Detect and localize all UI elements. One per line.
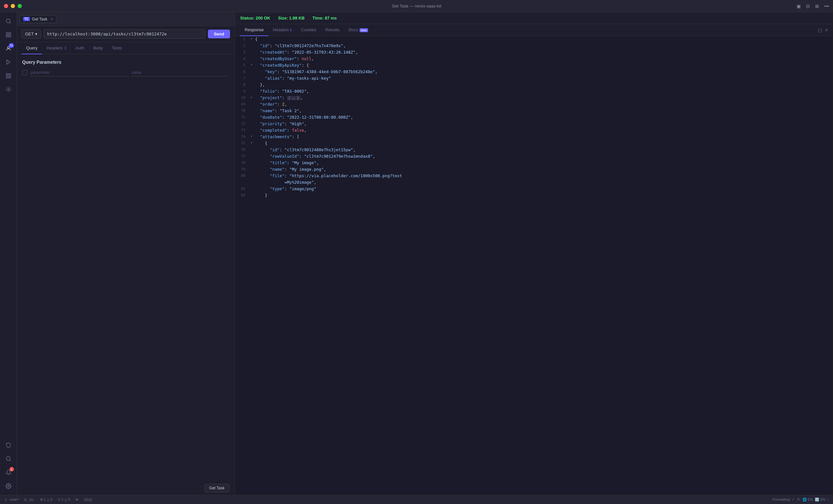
format-icon[interactable]: { } bbox=[818, 28, 822, 32]
code-line: 3 "createdAt": "2022-05-31T03:43:26.148Z… bbox=[235, 49, 833, 56]
line-number: 70 bbox=[238, 108, 251, 114]
get-task-button[interactable]: Get Task bbox=[204, 484, 230, 492]
tab-results[interactable]: Results bbox=[321, 24, 344, 36]
tab-query[interactable]: Query bbox=[22, 42, 42, 54]
minimize-dot[interactable] bbox=[11, 4, 15, 8]
formatting-status: Formatting: ✓ bbox=[772, 498, 794, 502]
more-icon[interactable]: ••• bbox=[824, 4, 829, 9]
code-line: 80 "file": "https://via.placeholder.com/… bbox=[235, 173, 833, 186]
line-content: "project": { … }, bbox=[255, 95, 830, 101]
bell-icon[interactable]: 1 bbox=[2, 466, 15, 479]
list-icon[interactable]: ≡ bbox=[825, 27, 828, 32]
line-number: 73 bbox=[238, 127, 251, 133]
line-content: "attachments": [ bbox=[255, 134, 830, 140]
param-key-input[interactable] bbox=[30, 69, 128, 76]
tab-tests[interactable]: Tests bbox=[108, 42, 126, 54]
tab-docs[interactable]: DocsNew bbox=[344, 24, 373, 36]
layout3-icon[interactable]: ⊠ bbox=[815, 4, 819, 9]
right-panel: Status: 200 OK Size: 1.98 KB Time: 87 ms… bbox=[235, 12, 833, 495]
line-number: 74 bbox=[238, 134, 251, 140]
send-button[interactable]: Send bbox=[208, 30, 230, 39]
url-input[interactable] bbox=[44, 29, 205, 39]
left-panel: TC Get Task × GET ▾ Send Query Headers 3… bbox=[17, 12, 235, 495]
line-content: "createdAt": "2022-05-31T03:43:26.148Z", bbox=[255, 49, 830, 56]
line-content: "name": "My image.png", bbox=[255, 166, 830, 173]
request-tab[interactable]: TC Get Task × bbox=[20, 15, 56, 23]
line-number: 77 bbox=[238, 153, 251, 159]
line-number: 10 bbox=[238, 95, 251, 101]
settings-icon[interactable] bbox=[2, 480, 15, 492]
error-status: ⊗ 1 △ 0 bbox=[40, 498, 52, 502]
code-line: 78 "title": "My image", bbox=[235, 160, 833, 166]
collection-icon[interactable] bbox=[2, 29, 15, 41]
get-task-btn-area: Get Task bbox=[17, 481, 235, 495]
send-icon[interactable] bbox=[2, 56, 15, 68]
svg-rect-4 bbox=[6, 35, 8, 37]
lang-enc[interactable]: 🔡 EN bbox=[815, 498, 825, 502]
line-content: "alias": "my-tasks-api-key" bbox=[255, 75, 830, 82]
tab-close-button[interactable]: × bbox=[50, 17, 53, 22]
line-content: "type": "image/png" bbox=[255, 186, 830, 192]
layout1-icon[interactable]: ▣ bbox=[796, 4, 801, 9]
close-dot[interactable] bbox=[4, 4, 8, 8]
time-label: Time: bbox=[312, 16, 324, 21]
code-line: 82 } bbox=[235, 192, 833, 199]
tab-bar: TC Get Task × bbox=[17, 12, 235, 26]
tab-resp-headers[interactable]: Headers 6 bbox=[268, 24, 296, 36]
code-line: 76 "id": "cl3tm7c9012480e7hs3jet15pw", bbox=[235, 147, 833, 153]
response-tabs: Response Headers 6 Cookies Results DocsN… bbox=[235, 24, 833, 36]
code-line: 72 "priority": "High", bbox=[235, 121, 833, 127]
user-badge: 72 bbox=[9, 43, 14, 48]
line-toggle[interactable]: ▾ bbox=[251, 36, 255, 41]
line-content: "folio": "TAS-0002", bbox=[255, 88, 830, 95]
status-stat: Status: 200 OK bbox=[240, 16, 270, 21]
svg-line-1 bbox=[9, 22, 10, 23]
layout2-icon[interactable]: ⊟ bbox=[806, 4, 810, 9]
grid-icon[interactable] bbox=[2, 70, 15, 82]
time-stat: Time: 87 ms bbox=[312, 16, 337, 21]
icon-sidebar: 72 1 bbox=[0, 12, 17, 495]
param-row bbox=[22, 69, 230, 76]
extension-icon[interactable] bbox=[2, 83, 15, 96]
line-toggle[interactable]: ▾ bbox=[251, 62, 255, 67]
maximize-dot[interactable] bbox=[18, 4, 22, 8]
replay-icon[interactable] bbox=[2, 439, 15, 451]
line-number: 78 bbox=[238, 160, 251, 166]
tab-prefix: TC bbox=[23, 17, 30, 21]
window-title: Get Task — remix-saas-kit bbox=[392, 4, 441, 8]
line-number: 3 bbox=[238, 49, 251, 55]
line-content: "title": "My image", bbox=[255, 160, 830, 166]
user-icon[interactable]: 72 bbox=[2, 42, 15, 55]
method-select[interactable]: GET ▾ bbox=[22, 29, 41, 39]
line-content: { bbox=[255, 140, 830, 147]
tab-response[interactable]: Response bbox=[240, 24, 268, 36]
code-line: 75▾ { bbox=[235, 140, 833, 147]
query-title: Query Parameters bbox=[22, 59, 230, 65]
line-toggle[interactable]: ▾ bbox=[251, 140, 255, 145]
tab-auth[interactable]: Auth bbox=[71, 42, 89, 54]
tab-body[interactable]: Body bbox=[89, 42, 108, 54]
line-number: 71 bbox=[238, 114, 251, 120]
request-bar: GET ▾ Send bbox=[17, 26, 235, 42]
lang-globe[interactable]: 🌐 EN bbox=[803, 498, 813, 502]
tab-headers[interactable]: Headers 3 bbox=[42, 42, 71, 54]
search-icon[interactable] bbox=[2, 15, 15, 27]
line-number: 72 bbox=[238, 121, 251, 127]
tab-cookies[interactable]: Cookies bbox=[296, 24, 321, 36]
search2-icon[interactable] bbox=[2, 453, 15, 465]
svg-point-17 bbox=[798, 498, 799, 500]
code-view[interactable]: 1▾{2 "id": "cl3tm7c9012472e7hs7n476m9x",… bbox=[235, 36, 833, 495]
line-toggle[interactable]: ▾ bbox=[251, 134, 255, 139]
traffic-lights bbox=[4, 4, 22, 8]
line-number: 2 bbox=[238, 43, 251, 49]
request-subtabs: Query Headers 3 Auth Body Tests bbox=[17, 42, 235, 54]
notification-badge: 1 bbox=[9, 467, 14, 472]
line-number: 75 bbox=[238, 140, 251, 146]
param-checkbox[interactable] bbox=[22, 70, 27, 75]
line-number: 7 bbox=[238, 75, 251, 81]
svg-point-12 bbox=[7, 89, 9, 91]
line-toggle[interactable]: ▸ bbox=[251, 95, 255, 100]
svg-rect-5 bbox=[9, 35, 10, 37]
size-value: 1.98 KB bbox=[289, 16, 305, 21]
param-value-input[interactable] bbox=[131, 69, 230, 76]
